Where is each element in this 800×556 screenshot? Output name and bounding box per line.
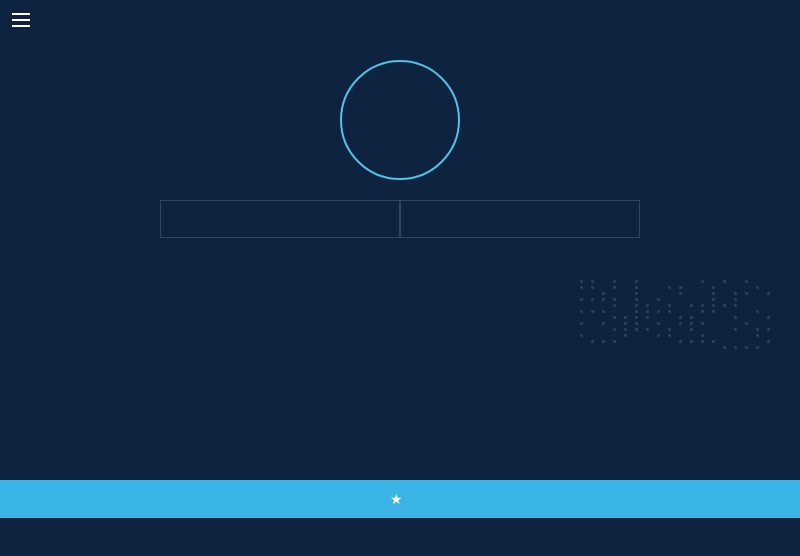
download-stat <box>160 200 400 238</box>
minimize-button[interactable] <box>732 8 756 32</box>
timer-circle <box>340 60 460 180</box>
title-bar-left <box>12 13 42 27</box>
main-content: // Generate dot grid const grid = docume… <box>0 40 800 518</box>
close-button[interactable] <box>764 8 788 32</box>
menu-icon[interactable] <box>12 13 30 27</box>
dot-grid: // Generate dot grid const grid = docume… <box>580 280 800 349</box>
title-bar-controls <box>732 8 788 32</box>
upload-stat <box>400 200 640 238</box>
star-icon: ★ <box>390 491 403 507</box>
world-map-decoration: // Generate dot grid const grid = docume… <box>580 280 800 480</box>
upgrade-bar[interactable]: ★ <box>0 480 800 518</box>
stats-row <box>160 200 640 238</box>
title-bar <box>0 0 800 40</box>
